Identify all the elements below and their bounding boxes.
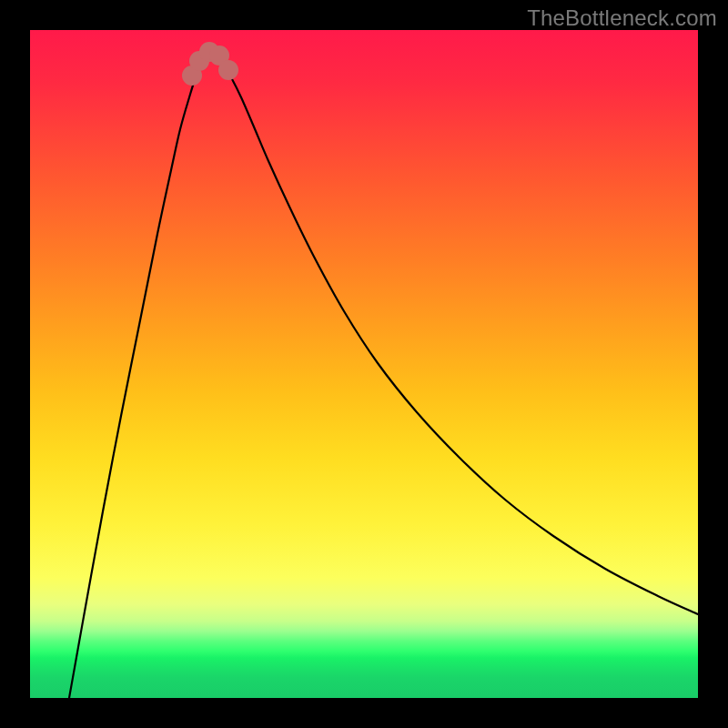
bottleneck-curve <box>69 59 698 698</box>
chart-frame: TheBottleneck.com <box>0 0 728 728</box>
plot-area <box>30 30 698 698</box>
dip-markers <box>182 42 238 86</box>
dip-marker <box>218 60 238 80</box>
curve-svg <box>30 30 698 698</box>
watermark-text: TheBottleneck.com <box>527 5 717 31</box>
